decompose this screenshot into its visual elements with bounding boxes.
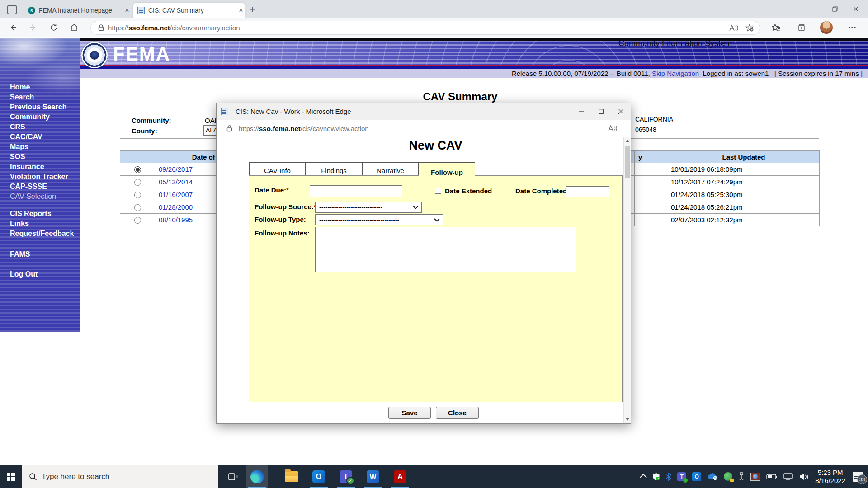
tab-cis-cav-summary[interactable]: CIS: CAV Summary × [133, 3, 245, 18]
date-extended-checkbox[interactable] [435, 188, 441, 194]
sidebar-item-crs[interactable]: CRS [10, 122, 78, 132]
window-minimize-button[interactable] [804, 0, 825, 18]
popup-close-button[interactable] [611, 103, 631, 120]
tab-close-icon[interactable]: × [237, 7, 245, 14]
new-tab-button[interactable]: + [250, 4, 255, 15]
vpn-network-icon[interactable] [724, 472, 732, 481]
sidebar-item-search[interactable]: Search [10, 92, 78, 102]
sidebar-item-previous-search[interactable]: Previous Search [10, 102, 78, 112]
cav-date-link[interactable]: 09/26/2017 [159, 165, 193, 173]
bluetooth-icon[interactable] [666, 473, 671, 481]
sidebar-item-maps[interactable]: Maps [10, 142, 78, 152]
cav-date-link[interactable]: 08/10/1995 [159, 216, 193, 224]
popup-scrollbar[interactable] [623, 137, 631, 423]
taskbar-file-explorer-button[interactable] [281, 465, 302, 488]
last-updated-value: 10/01/2019 06:18:09pm [668, 163, 820, 176]
task-view-button[interactable] [222, 465, 244, 488]
back-button[interactable] [7, 22, 19, 33]
taskbar-word-button[interactable]: W [362, 465, 384, 488]
tray-expand-icon[interactable] [640, 474, 647, 481]
read-aloud-icon[interactable] [608, 125, 618, 132]
row-radio-selected[interactable] [134, 166, 141, 173]
system-tray: T O [642, 472, 810, 481]
profile-avatar[interactable] [820, 21, 833, 34]
date-completed-input[interactable] [566, 186, 609, 197]
popup-minimize-button[interactable] [571, 103, 591, 120]
sidebar-item-fams[interactable]: FAMS [10, 249, 78, 259]
forward-button[interactable] [27, 22, 39, 33]
follow-up-source-select[interactable]: ------------------------------ [315, 202, 422, 213]
cav-date-link[interactable]: 01/16/2007 [159, 191, 193, 198]
favorites-icon[interactable] [770, 22, 782, 33]
chevron-down-icon [413, 206, 419, 209]
taskbar-edge-button[interactable] [246, 465, 268, 488]
sidebar-item-cav-selection[interactable]: CAV Selection [10, 192, 78, 202]
tab-follow-up[interactable]: Follow-up [419, 162, 475, 182]
window-restore-button[interactable] [825, 0, 845, 18]
lock-icon[interactable] [98, 24, 104, 31]
sidebar-item-insurance[interactable]: Insurance [10, 162, 78, 172]
removable-device-icon[interactable] [750, 473, 760, 481]
taskbar-outlook-button[interactable]: O [308, 465, 330, 488]
resize-grip[interactable] [570, 266, 575, 271]
scrollbar-thumb[interactable] [625, 146, 630, 178]
home-button[interactable] [68, 22, 80, 33]
ethernet-icon[interactable] [783, 473, 793, 481]
banner-navy-band [80, 66, 868, 69]
tab-switcher-icon[interactable] [7, 5, 17, 14]
teams-tray-icon[interactable]: T [677, 472, 686, 481]
lock-icon[interactable] [226, 125, 232, 132]
sidebar-item-log-out[interactable]: Log Out [10, 269, 78, 279]
skip-navigation-link[interactable]: Skip Navigation [652, 70, 699, 77]
address-bar[interactable]: https://sso.fema.net/cis/cavsummary.acti… [90, 21, 760, 35]
collections-icon[interactable] [795, 22, 807, 33]
popup-maximize-button[interactable] [591, 103, 611, 120]
read-aloud-icon[interactable] [729, 24, 739, 32]
save-button[interactable]: Save [388, 407, 431, 419]
scroll-down-arrow[interactable] [626, 418, 629, 421]
popup-title-bar[interactable]: CIS: New Cav - Work - Microsoft Edge [217, 103, 631, 120]
sidebar-item-cap-ssse[interactable]: CAP-SSSE [10, 182, 78, 192]
cav-date-link[interactable]: 05/13/2014 [159, 178, 193, 186]
onedrive-icon[interactable] [707, 473, 718, 480]
taskbar-teams-button[interactable]: T✓ [335, 465, 357, 488]
close-button[interactable]: Close [436, 407, 479, 419]
start-button[interactable] [0, 465, 22, 488]
volume-icon[interactable] [799, 473, 810, 481]
fema-wordmark: FEMA [113, 43, 170, 65]
follow-up-notes-label: Follow-up Notes: [255, 229, 310, 237]
follow-up-notes-textarea[interactable] [315, 227, 576, 272]
tab-close-icon[interactable]: × [123, 7, 131, 14]
sidebar-item-cac-cav[interactable]: CAC/CAV [10, 132, 78, 142]
sidebar-item-community[interactable]: Community [10, 112, 78, 122]
follow-up-panel: Date Due:* Date Extended Date Completed:… [249, 175, 623, 402]
favorite-add-icon[interactable] [745, 24, 754, 32]
outlook-tray-icon[interactable]: O [692, 472, 701, 481]
scroll-up-arrow[interactable] [626, 140, 629, 142]
windows-security-icon[interactable] [652, 473, 660, 481]
row-radio[interactable] [134, 179, 141, 186]
date-due-input[interactable] [310, 185, 402, 197]
settings-menu-icon[interactable] [846, 22, 858, 33]
follow-up-type-select[interactable]: -------------------------------------- [315, 214, 443, 225]
sidebar-item-violation-tracker[interactable]: Violation Tracker [10, 172, 78, 182]
taskbar-search[interactable]: Type here to search [22, 465, 218, 488]
sidebar-item-home[interactable]: Home [10, 82, 78, 92]
window-close-button[interactable] [845, 0, 866, 18]
date-extended-label: Date Extended [445, 187, 492, 195]
row-radio[interactable] [134, 217, 141, 224]
sidebar-item-cis-reports[interactable]: CIS Reports [10, 209, 78, 219]
battery-icon[interactable] [766, 474, 777, 480]
taskbar-clock[interactable]: 5:23 PM 8/16/2022 [815, 469, 845, 485]
usb-device-icon[interactable] [738, 472, 745, 481]
row-radio[interactable] [134, 192, 141, 198]
notification-center-icon[interactable]: 33 [853, 472, 863, 482]
taskbar-acrobat-button[interactable]: A [389, 465, 411, 488]
tab-fema-intranet[interactable]: s FEMA Intranet Homepage × [24, 3, 131, 18]
refresh-button[interactable] [48, 22, 60, 33]
cav-date-link[interactable]: 01/28/2000 [159, 203, 193, 211]
sidebar-item-request-feedback[interactable]: Request/Feedback [10, 229, 78, 239]
row-radio[interactable] [134, 204, 141, 211]
sidebar-item-sos[interactable]: SOS [10, 152, 78, 162]
sidebar-item-links[interactable]: Links [10, 219, 78, 229]
